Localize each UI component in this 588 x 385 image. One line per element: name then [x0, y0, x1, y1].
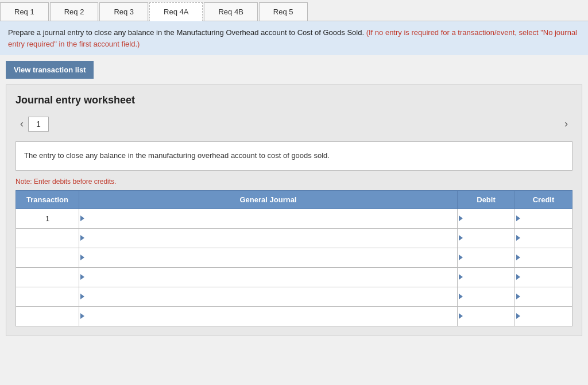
cell-transaction	[16, 287, 79, 306]
entry-description: The entry to close any balance in the ma…	[16, 141, 572, 171]
cell-credit[interactable]	[515, 228, 572, 248]
dropdown-arrow-icon	[80, 274, 84, 280]
cell-general-journal[interactable]	[79, 209, 458, 228]
table-row: 1	[16, 209, 572, 228]
cell-debit[interactable]	[458, 209, 515, 228]
debit-arrow-icon	[459, 255, 463, 260]
tab-req5[interactable]: Req 5	[259, 2, 308, 21]
cell-credit[interactable]	[515, 209, 572, 228]
tab-req2[interactable]: Req 2	[50, 2, 99, 21]
credit-arrow-icon	[516, 235, 520, 241]
cell-credit[interactable]	[515, 267, 572, 287]
tab-req1[interactable]: Req 1	[0, 2, 49, 21]
debit-arrow-icon	[459, 274, 463, 280]
cell-general-journal[interactable]	[79, 306, 458, 326]
tab-req3[interactable]: Req 3	[99, 2, 148, 21]
dropdown-arrow-icon	[80, 255, 84, 260]
cell-credit[interactable]	[515, 306, 572, 326]
debit-arrow-icon	[459, 313, 463, 319]
col-header-general: General Journal	[79, 190, 458, 209]
page-number: 1	[28, 117, 49, 132]
prev-page-button[interactable]: ‹	[16, 116, 28, 132]
cell-general-journal[interactable]	[79, 267, 458, 287]
cell-debit[interactable]	[458, 228, 515, 248]
table-row	[16, 228, 572, 248]
cell-general-journal[interactable]	[79, 228, 458, 248]
dropdown-arrow-icon	[80, 215, 84, 221]
cell-transaction	[16, 228, 79, 248]
table-row	[16, 306, 572, 326]
cell-debit[interactable]	[458, 267, 515, 287]
credit-arrow-icon	[516, 215, 520, 221]
cell-transaction: 1	[16, 209, 79, 228]
instruction-box: Prepare a journal entry to close any bal…	[0, 21, 588, 55]
instruction-main-text: Prepare a journal entry to close any bal…	[8, 28, 364, 37]
col-header-credit: Credit	[515, 190, 572, 209]
table-row	[16, 287, 572, 306]
next-page-button[interactable]: ›	[560, 116, 572, 132]
col-header-debit: Debit	[458, 190, 515, 209]
cell-transaction	[16, 248, 79, 267]
credit-arrow-icon	[516, 274, 520, 280]
cell-transaction	[16, 267, 79, 287]
journal-table: Transaction General Journal Debit Credit…	[16, 190, 572, 326]
tab-req4a[interactable]: Req 4A	[149, 2, 203, 21]
tabs-container: Req 1Req 2Req 3Req 4AReq 4BReq 5	[0, 0, 588, 21]
debit-arrow-icon	[459, 294, 463, 299]
tab-req4b[interactable]: Req 4B	[204, 2, 257, 21]
note-text: Note: Enter debits before credits.	[16, 178, 572, 186]
cell-debit[interactable]	[458, 248, 515, 267]
debit-arrow-icon	[459, 215, 463, 221]
cell-debit[interactable]	[458, 306, 515, 326]
worksheet-container: Journal entry worksheet ‹ 1 › The entry …	[6, 84, 582, 336]
credit-arrow-icon	[516, 313, 520, 319]
table-row	[16, 267, 572, 287]
col-header-transaction: Transaction	[16, 190, 79, 209]
nav-row: ‹ 1 ›	[16, 116, 572, 132]
dropdown-arrow-icon	[80, 313, 84, 319]
cell-debit[interactable]	[458, 287, 515, 306]
cell-general-journal[interactable]	[79, 248, 458, 267]
credit-arrow-icon	[516, 255, 520, 260]
table-body: 1	[16, 209, 572, 326]
cell-general-journal[interactable]	[79, 287, 458, 306]
debit-arrow-icon	[459, 235, 463, 241]
table-row	[16, 248, 572, 267]
dropdown-arrow-icon	[80, 294, 84, 299]
credit-arrow-icon	[516, 294, 520, 299]
cell-credit[interactable]	[515, 287, 572, 306]
view-transaction-button[interactable]: View transaction list	[6, 61, 94, 79]
cell-transaction	[16, 306, 79, 326]
table-header-row: Transaction General Journal Debit Credit	[16, 190, 572, 209]
dropdown-arrow-icon	[80, 235, 84, 241]
worksheet-title: Journal entry worksheet	[16, 94, 572, 106]
cell-credit[interactable]	[515, 248, 572, 267]
